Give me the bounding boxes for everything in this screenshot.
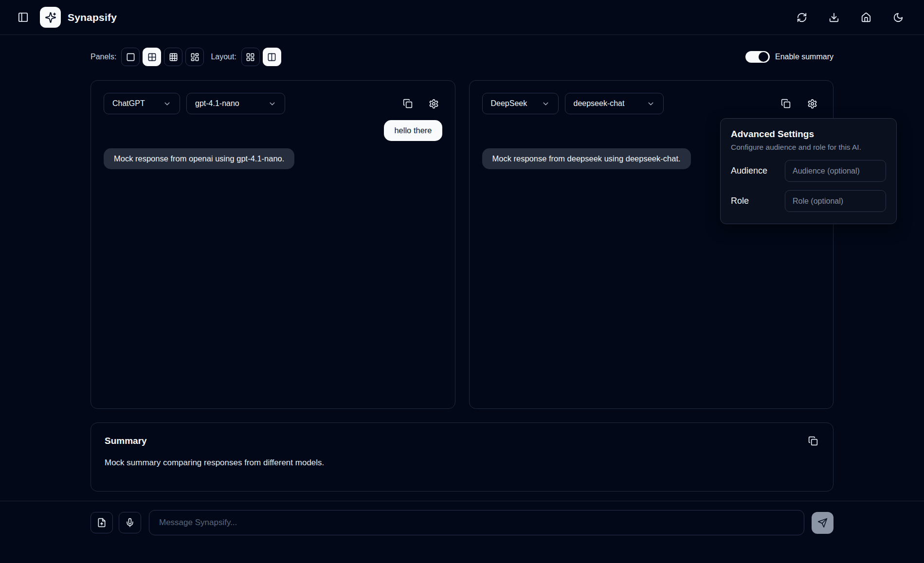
panels-2-button[interactable]	[143, 48, 161, 66]
audience-label: Audience	[731, 166, 785, 176]
model-select[interactable]: gpt-4.1-nano	[186, 93, 285, 114]
page-title: Synapsify	[68, 12, 117, 23]
provider-select[interactable]: ChatGPT	[104, 93, 180, 114]
download-icon	[829, 12, 839, 23]
copy-panel-button[interactable]	[399, 95, 416, 112]
panels-4-button[interactable]	[185, 48, 204, 66]
send-icon	[817, 518, 828, 528]
refresh-icon	[797, 12, 807, 23]
provider-select-value: ChatGPT	[112, 99, 145, 108]
provider-select[interactable]: DeepSeek	[482, 93, 559, 114]
grid-2x2-icon	[147, 53, 157, 62]
panel-count-group	[121, 48, 204, 66]
panel-settings-button[interactable]	[426, 95, 442, 112]
copy-panel-button[interactable]	[778, 95, 794, 112]
chat-panel-deepseek: DeepSeek deepseek-chat	[469, 80, 834, 409]
panels-1-button[interactable]	[121, 48, 140, 66]
refresh-button[interactable]	[793, 8, 811, 27]
sidebar-toggle-button[interactable]	[14, 8, 32, 27]
chevron-down-icon	[542, 100, 550, 108]
top-bar: Synapsify	[0, 0, 924, 35]
message-list: hello there Mock response from openai us…	[104, 120, 442, 169]
copy-icon	[808, 436, 818, 446]
file-up-icon	[97, 518, 107, 528]
enable-summary-label: Enable summary	[775, 53, 833, 61]
gear-icon	[429, 99, 439, 109]
summary-card: Summary Mock summary comparing responses…	[91, 422, 833, 492]
copy-icon	[781, 99, 791, 108]
panels-row: ChatGPT gpt-4.1-nano	[91, 80, 833, 409]
composer-bar	[0, 501, 924, 563]
theme-toggle-button[interactable]	[889, 8, 907, 27]
popover-subtitle: Configure audience and role for this AI.	[731, 143, 886, 152]
audience-field[interactable]	[785, 160, 886, 182]
model-select[interactable]: deepseek-chat	[565, 93, 664, 114]
message-input[interactable]	[149, 510, 804, 535]
main-content: Panels:	[0, 35, 924, 501]
panels-3-button[interactable]	[164, 48, 182, 66]
layout-columns-button[interactable]	[263, 48, 281, 66]
chevron-down-icon	[268, 100, 276, 108]
chevron-down-icon	[647, 100, 655, 108]
app-window: Synapsify	[0, 0, 924, 563]
role-label: Role	[731, 196, 785, 206]
popover-title: Advanced Settings	[731, 129, 886, 140]
role-field[interactable]	[785, 190, 886, 212]
square-icon	[126, 53, 135, 62]
layout-grid-icon	[246, 53, 255, 62]
toggle-thumb	[759, 52, 768, 62]
layout-grid-button[interactable]	[241, 48, 260, 66]
copy-summary-button[interactable]	[807, 435, 819, 447]
layout-group	[241, 48, 281, 66]
view-toolbar: Panels:	[91, 48, 833, 66]
assistant-message-bubble: Mock response from deepseek using deepse…	[482, 148, 691, 169]
gear-icon	[807, 99, 817, 109]
summary-text: Mock summary comparing responses from di…	[105, 458, 819, 468]
attach-file-button[interactable]	[91, 512, 113, 533]
advanced-settings-popover: Advanced Settings Configure audience and…	[720, 118, 897, 224]
microphone-button[interactable]	[119, 512, 141, 533]
grid-3x3-icon	[169, 53, 178, 62]
home-button[interactable]	[857, 8, 875, 27]
panels-label: Panels:	[91, 53, 116, 61]
app-logo	[40, 7, 61, 28]
assistant-message-bubble: Mock response from openai using gpt-4.1-…	[104, 148, 294, 169]
panel-left-icon	[18, 12, 29, 23]
chevron-down-icon	[163, 100, 171, 108]
provider-select-value: DeepSeek	[491, 99, 527, 108]
sparkles-icon	[45, 12, 56, 23]
copy-icon	[403, 99, 413, 108]
home-icon	[861, 12, 871, 23]
layout-label: Layout:	[211, 53, 236, 61]
moon-icon	[893, 12, 904, 23]
model-select-value: gpt-4.1-nano	[195, 99, 239, 108]
send-button[interactable]	[812, 512, 833, 534]
columns-icon	[267, 53, 276, 62]
user-message-bubble: hello there	[384, 120, 442, 141]
enable-summary-toggle[interactable]	[745, 51, 770, 63]
microphone-icon	[125, 518, 135, 528]
layout-dashboard-icon	[190, 53, 199, 62]
panel-settings-button[interactable]	[804, 95, 820, 112]
summary-title: Summary	[105, 436, 147, 446]
model-select-value: deepseek-chat	[574, 99, 625, 108]
download-button[interactable]	[825, 8, 843, 27]
chat-panel-chatgpt: ChatGPT gpt-4.1-nano	[91, 80, 455, 409]
